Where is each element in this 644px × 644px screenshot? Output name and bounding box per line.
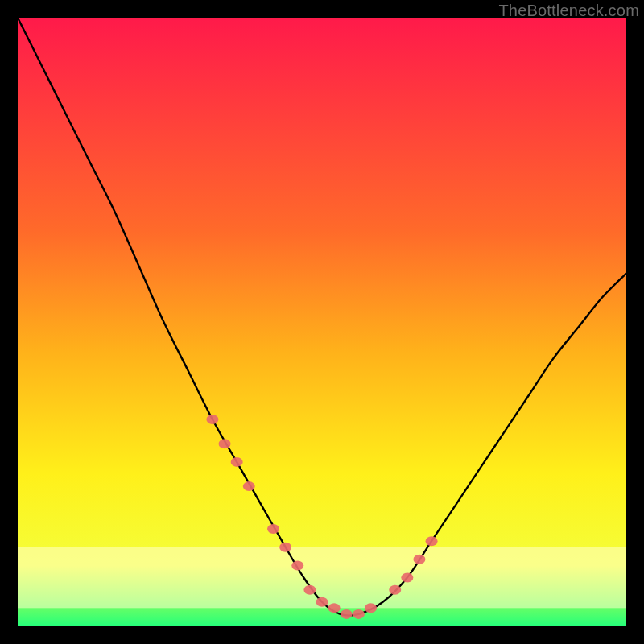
marker-dot	[389, 585, 401, 595]
marker-dot	[353, 609, 365, 619]
marker-dot	[219, 439, 231, 448]
marker-dot	[316, 597, 328, 607]
marker-dot	[279, 543, 291, 552]
marker-dot	[401, 573, 413, 583]
marker-dot	[231, 457, 243, 467]
marker-dot	[243, 481, 255, 491]
marker-dot	[365, 603, 377, 613]
marker-dot	[426, 536, 438, 546]
gradient-background	[18, 18, 626, 626]
marker-dot	[303, 585, 316, 595]
chart-frame	[18, 18, 626, 626]
watermark-text: TheBottleneck.com	[498, 2, 639, 20]
marker-dot	[328, 603, 341, 613]
marker-dot	[267, 524, 279, 534]
marker-dot	[291, 560, 303, 570]
marker-dot	[206, 415, 218, 424]
bottleneck-chart	[18, 18, 626, 626]
marker-dot	[413, 555, 425, 564]
marker-dot	[341, 609, 353, 619]
